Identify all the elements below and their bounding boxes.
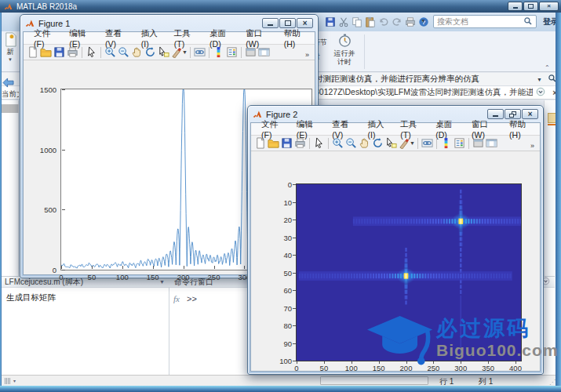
quick-access-icons: ? [323, 13, 430, 31]
zoom-out-icon[interactable] [344, 136, 358, 150]
current-folder-tab[interactable]: 当前文件夹 [2, 89, 19, 100]
details-panel-body: 生成目标矩阵 [0, 288, 169, 375]
hide-plot-tools-icon[interactable] [472, 136, 485, 150]
toolbar-separator [468, 138, 469, 149]
brush-dropdown-icon[interactable]: ▼ [410, 140, 415, 146]
link-plot-icon[interactable] [421, 136, 434, 150]
doc-search-box[interactable]: 搜索文档 [433, 15, 537, 28]
status-grip-icon[interactable]: ▾ [5, 378, 16, 384]
new-document-icon[interactable] [253, 136, 267, 150]
figure2-restore-button[interactable] [505, 109, 521, 119]
status-bar: ▾ 行 1 列 1 ⋰ [0, 375, 561, 386]
main-minimize-button[interactable] [508, 2, 523, 11]
hide-plot-tools-icon[interactable] [244, 45, 257, 59]
search-placeholder: 搜索文档 [437, 16, 468, 27]
figure1-maximize-button[interactable] [279, 18, 296, 28]
zoom-in-icon[interactable] [104, 45, 117, 59]
menu-overflow-icon[interactable]: » [530, 142, 537, 150]
open-folder-icon[interactable] [39, 45, 53, 59]
window-left-border [0, 13, 2, 386]
toolbar-separator [309, 138, 310, 149]
edit-cursor-icon[interactable] [312, 136, 326, 150]
main-close-button[interactable]: × [539, 2, 559, 11]
toolbar-separator [209, 47, 209, 58]
undo-icon[interactable] [377, 16, 389, 27]
redo-icon[interactable] [391, 16, 403, 27]
insert-colorbar-icon[interactable] [212, 45, 225, 59]
ribbon-separator [364, 34, 365, 69]
rotate-3d-icon[interactable] [144, 45, 157, 59]
history-expand-icon[interactable] [536, 85, 545, 100]
figure1-close-button[interactable]: × [297, 18, 313, 28]
window-bottom-border [0, 386, 561, 392]
cut-icon[interactable] [337, 16, 349, 27]
toolbar-separator [436, 138, 437, 149]
folder-history-path: 80127Z\Desktop\实现LFM波雷达同时测距测速仿真，并能进行距离分辨… [315, 87, 533, 98]
figure2-heatmap [297, 184, 521, 361]
link-plot-icon[interactable] [193, 45, 206, 59]
data-cursor-icon[interactable] [384, 136, 398, 150]
collapse-ribbon-icon[interactable]: ⌃ [545, 64, 550, 71]
figure2-window[interactable]: Figure 2 × 文件(F)编辑(E)查看(V)插入(I)工具(T)桌面(D… [247, 105, 544, 375]
main-maximize-button[interactable] [523, 2, 538, 11]
figure1-minimize-button[interactable] [262, 18, 279, 28]
insert-legend-icon[interactable] [453, 136, 466, 150]
new-script-button-fragment[interactable]: 新 ▼ [2, 32, 19, 71]
menu-item[interactable]: 帮助(H) [279, 28, 315, 49]
data-cursor-icon[interactable] [157, 45, 170, 59]
insert-legend-icon[interactable] [225, 45, 239, 59]
toolbar-separator [241, 47, 242, 58]
matlab-figure-icon [25, 19, 35, 28]
figure1-menubar: 文件(F)编辑(E)查看(V)插入(I)工具(T)桌面(D)窗口(W)帮助(H) [24, 32, 315, 45]
menu-overflow-icon[interactable]: » [305, 51, 312, 59]
menu-item[interactable]: 帮助(H) [504, 119, 540, 140]
toolbar-separator [190, 47, 191, 58]
current-folder-path: 时测距测速仿真，并能进行距离分辨率的仿真 [315, 74, 536, 85]
help-dropdown-icon[interactable]: ▼ [421, 18, 426, 24]
show-plot-tools-icon[interactable] [257, 45, 271, 59]
insert-colorbar-icon[interactable] [439, 136, 453, 150]
selected-file-row-fragment[interactable] [2, 104, 19, 113]
pan-hand-icon[interactable] [358, 136, 371, 150]
figure2-minimize-button[interactable] [487, 109, 504, 119]
matlab-figure-icon [253, 110, 262, 119]
figure2-axes[interactable]: 0501001502002503003504000102030405060708… [296, 183, 522, 361]
main-window-titlebar: MATLAB R2018a × [0, 0, 561, 13]
toolbar-separator [82, 47, 82, 58]
stopwatch-icon [337, 42, 352, 49]
figure1-title: Figure 1 [38, 19, 70, 28]
rotate-3d-icon[interactable] [371, 136, 384, 150]
pan-hand-icon[interactable] [130, 45, 144, 59]
open-folder-icon[interactable] [267, 136, 280, 150]
run-and-time-button[interactable]: 运行并 计时 [328, 33, 361, 71]
figure2-close-button[interactable]: × [522, 109, 538, 119]
script-description: 生成目标矩阵 [6, 292, 56, 303]
save-icon[interactable] [280, 136, 293, 150]
print-icon[interactable] [66, 45, 79, 59]
details-collapse-icon[interactable]: ▼ [159, 279, 165, 285]
command-prompt: >> [187, 294, 197, 303]
path-dropdown-icon[interactable]: ▼ [537, 77, 542, 82]
save-icon[interactable] [53, 45, 66, 59]
matlab-desktop: MATLAB R2018a × ? ▼ 搜索文档 登录 新 ▼ 行节 量 [0, 0, 561, 392]
show-plot-tools-icon[interactable] [485, 136, 498, 150]
zoom-in-icon[interactable] [331, 136, 344, 150]
new-script-icon [3, 32, 18, 47]
new-document-icon[interactable] [26, 45, 39, 59]
print-icon[interactable] [293, 136, 307, 150]
toolbar-separator [100, 47, 101, 58]
figure2-toolbar: ▼ [251, 136, 540, 151]
resize-grip-icon[interactable]: ⋰ [549, 379, 556, 386]
matlab-logo-icon [4, 2, 13, 11]
status-progress-box [320, 376, 428, 385]
search-icon[interactable] [523, 16, 533, 27]
window-right-border [556, 13, 561, 386]
print-icon[interactable] [404, 16, 416, 27]
figure2-client-area: 文件(F)编辑(E)查看(V)插入(I)工具(T)桌面(D)窗口(W)帮助(H)… [250, 122, 541, 372]
save-icon[interactable] [324, 16, 336, 27]
copy-icon[interactable] [351, 16, 362, 27]
paste-icon[interactable] [364, 16, 376, 27]
edit-cursor-icon[interactable] [85, 45, 98, 59]
zoom-out-icon[interactable] [117, 45, 130, 59]
brush-dropdown-icon[interactable]: ▼ [182, 49, 188, 55]
